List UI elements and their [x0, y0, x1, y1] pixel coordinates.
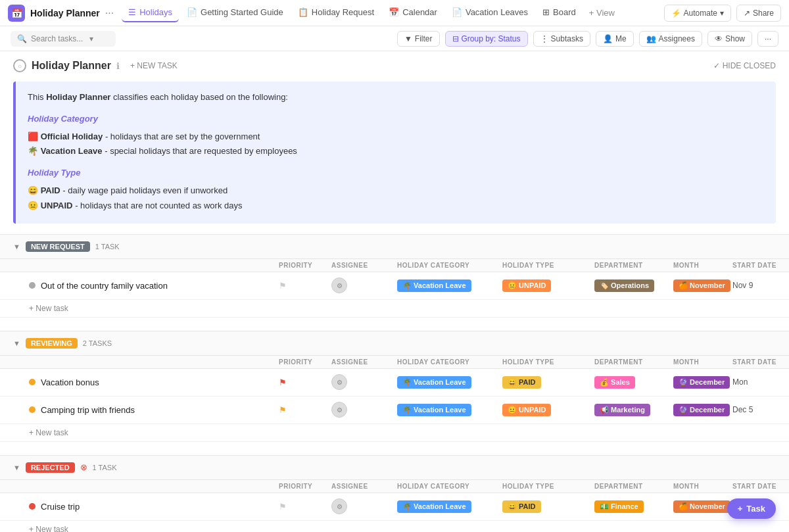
- department-cell: 💰 Sales: [594, 376, 673, 389]
- assignees-button[interactable]: 👥 Assignees: [639, 31, 702, 47]
- section-reviewing-toggle[interactable]: ▼: [13, 339, 20, 347]
- holiday-category-section: Holiday Category 🟥 Official Holiday - ho…: [28, 112, 764, 158]
- official-holiday-label: Official Holiday: [41, 132, 103, 141]
- col-month-r: MONTH: [673, 358, 732, 366]
- new-task-button[interactable]: + NEW TASK: [125, 59, 183, 72]
- automate-chevron-icon: ▾: [720, 9, 724, 18]
- add-view-button[interactable]: + View: [584, 4, 620, 22]
- paid-label: PAID: [41, 185, 60, 195]
- holiday-category-tag: 🌴 Vacation Leave: [397, 376, 471, 389]
- float-task-label: Task: [746, 504, 765, 514]
- holiday-type-section: Holiday Type 😄 PAID - daily wage paid ho…: [28, 166, 764, 212]
- vacation-leave-line: 🌴 Vacation Leave - special holidays that…: [28, 145, 764, 158]
- vacation-leave-icon: 🌴: [28, 146, 38, 156]
- share-icon: ↗: [744, 9, 750, 18]
- start-date-cell: Nov 9: [732, 281, 789, 290]
- assignee-cell: ⚙: [331, 402, 397, 418]
- show-button[interactable]: 👁 Show: [707, 31, 752, 47]
- hide-closed-button[interactable]: ✓ HIDE CLOSED: [713, 61, 776, 70]
- add-task-button[interactable]: + New task: [0, 424, 789, 442]
- col-assignee-rj: ASSIGNEE: [331, 483, 397, 490]
- assignees-icon: 👥: [646, 34, 656, 43]
- tab-holiday-request[interactable]: 📋 Holiday Request: [291, 3, 381, 22]
- col-holiday-type-r: HOLIDAY TYPE: [502, 358, 594, 366]
- department-cell: 💵 Finance: [594, 500, 673, 513]
- tab-calendar[interactable]: 📅 Calendar: [382, 3, 444, 22]
- holiday-type-heading: Holiday Type: [28, 166, 764, 180]
- holidays-tab-icon: ☰: [128, 7, 136, 17]
- section-rejected-toggle[interactable]: ▼: [13, 464, 20, 472]
- rejected-badge: REJECTED: [26, 462, 75, 473]
- unpaid-icon: 😐: [28, 201, 38, 210]
- search-input[interactable]: 🔍 Search tasks... ▾: [11, 31, 116, 47]
- official-holiday-desc: - holidays that are set by the governmen…: [105, 132, 260, 141]
- automate-button[interactable]: ⚡ Automate ▾: [664, 5, 731, 22]
- unpaid-label: UNPAID: [41, 201, 73, 210]
- float-task-plus-icon: +: [738, 504, 743, 514]
- nav-right: ⚡ Automate ▾ ↗ Share: [664, 5, 781, 22]
- share-button[interactable]: ↗ Share: [736, 5, 781, 22]
- checkmark-icon: ✓: [713, 61, 720, 70]
- department-cell: 📢 Marketing: [594, 404, 673, 416]
- holiday-type-tag: 😐 UNPAID: [502, 404, 551, 416]
- add-task-button[interactable]: + New task: [0, 521, 789, 532]
- month-tag: 🔮 December: [673, 404, 730, 416]
- table-row[interactable]: Vacation bonus ⚑ ⚙ 🌴 Vacation Leave 😄 PA…: [0, 369, 789, 397]
- holiday-type-tag: 😐 UNPAID: [502, 279, 551, 292]
- priority-cell: ⚑: [279, 405, 331, 415]
- board-tab-icon: ⊞: [542, 7, 550, 17]
- holiday-type-cell: 😄 PAID: [502, 500, 594, 513]
- info-icon[interactable]: ℹ: [116, 61, 120, 71]
- app-dots-button[interactable]: ···: [105, 7, 114, 19]
- section-reviewing-header: ▼ REVIEWING 2 TASKS: [0, 331, 789, 356]
- col-department: DEPARTMENT: [594, 262, 673, 269]
- page-title: Holiday Planner: [32, 60, 111, 72]
- col-priority-rj: PRIORITY: [279, 483, 331, 490]
- rejected-count: 1 TASK: [93, 464, 117, 472]
- official-holiday-icon: 🟥: [28, 132, 38, 141]
- section-reviewing: ▼ REVIEWING 2 TASKS PRIORITY ASSIGNEE HO…: [0, 331, 789, 442]
- avatar: ⚙: [331, 402, 347, 418]
- task-color-dot: [29, 282, 36, 289]
- filter-button[interactable]: ▼ Filter: [397, 31, 440, 47]
- section-new-request-toggle[interactable]: ▼: [13, 243, 20, 251]
- assignee-cell: ⚙: [331, 278, 397, 293]
- reviewing-badge: REVIEWING: [26, 338, 78, 349]
- float-task-button[interactable]: + Task: [727, 498, 776, 519]
- month-cell: 🔮 December: [673, 404, 732, 416]
- avatar: ⚙: [331, 498, 347, 514]
- more-options-button[interactable]: ···: [757, 31, 778, 47]
- task-name: Cruise trip: [41, 502, 80, 512]
- new-request-count: 1 TASK: [95, 243, 120, 251]
- me-button[interactable]: 👤 Me: [596, 31, 634, 47]
- table-row[interactable]: Cruise trip ⚑ ⚙ 🌴 Vacation Leave 😄 PAID …: [0, 493, 789, 521]
- avatar: ⚙: [331, 278, 347, 293]
- tab-vacation-leaves[interactable]: 📄 Vacation Leaves: [445, 3, 535, 22]
- app-title: Holiday Planner: [30, 8, 100, 18]
- add-task-button[interactable]: + New task: [0, 300, 789, 318]
- priority-flag-icon: ⚑: [279, 502, 287, 512]
- task-name-cell: Vacation bonus: [29, 377, 279, 387]
- subtasks-button[interactable]: ⋮ Subtasks: [533, 31, 590, 47]
- department-tag: 📢 Marketing: [594, 404, 650, 416]
- collapse-toggle[interactable]: ○: [13, 59, 26, 72]
- task-name: Camping trip with friends: [41, 405, 135, 415]
- tab-holidays[interactable]: ☰ Holidays: [122, 3, 179, 22]
- month-cell: 🔮 December: [673, 376, 732, 389]
- table-row[interactable]: Out of the country family vacation ⚑ ⚙ 🌴…: [0, 272, 789, 300]
- section-rejected: ▼ REJECTED ⊗ 1 TASK PRIORITY ASSIGNEE HO…: [0, 455, 789, 532]
- table-row[interactable]: Camping trip with friends ⚑ ⚙ 🌴 Vacation…: [0, 397, 789, 424]
- me-icon: 👤: [603, 34, 613, 43]
- assignee-cell: ⚙: [331, 374, 397, 390]
- task-color-dot: [29, 406, 36, 413]
- tab-getting-started[interactable]: 📄 Getting Started Guide: [180, 3, 290, 22]
- tab-board[interactable]: ⊞ Board: [536, 3, 583, 22]
- main-content: ○ Holiday Planner ℹ + NEW TASK ✓ HIDE CL…: [0, 51, 789, 532]
- priority-cell: ⚑: [279, 377, 331, 387]
- col-department-rj: DEPARTMENT: [594, 483, 673, 490]
- top-nav: 📅 Holiday Planner ··· ☰ Holidays 📄 Getti…: [0, 0, 789, 26]
- group-by-button[interactable]: ⊟ Group by: Status: [445, 31, 528, 47]
- priority-cell: ⚑: [279, 281, 331, 291]
- start-date-cell: Mon: [732, 377, 789, 387]
- col-month-rj: MONTH: [673, 483, 732, 490]
